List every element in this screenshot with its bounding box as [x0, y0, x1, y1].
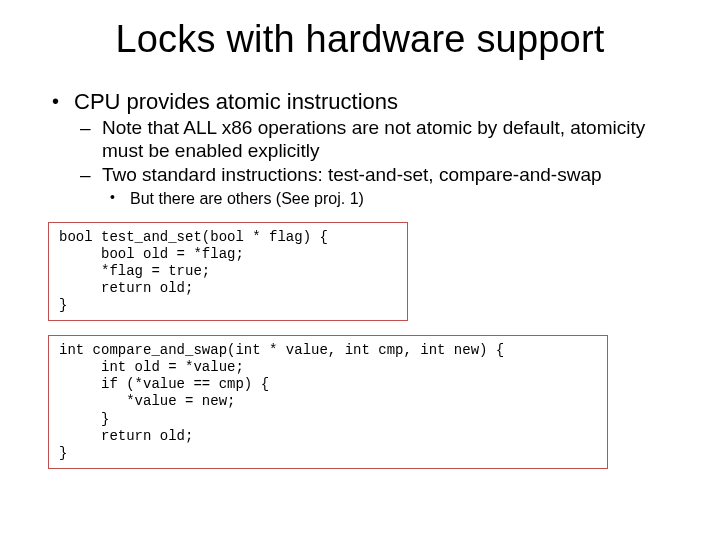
- bullet-text: Two standard instructions: test-and-set,…: [102, 164, 602, 185]
- code-block: int compare_and_swap(int * value, int cm…: [59, 342, 597, 462]
- bullet-lvl2-item: Note that ALL x86 operations are not ato…: [74, 117, 674, 162]
- slide-title: Locks with hardware support: [46, 18, 674, 61]
- code-box-compare-and-swap: int compare_and_swap(int * value, int cm…: [48, 335, 608, 469]
- bullet-text: Note that ALL x86 operations are not ato…: [102, 117, 645, 160]
- bullet-list-lvl2: Note that ALL x86 operations are not ato…: [74, 117, 674, 207]
- bullet-list-lvl1: CPU provides atomic instructions Note th…: [46, 89, 674, 208]
- code-block: bool test_and_set(bool * flag) { bool ol…: [59, 229, 397, 314]
- bullet-text: CPU provides atomic instructions: [74, 89, 398, 114]
- bullet-text: But there are others (See proj. 1): [130, 190, 364, 207]
- bullet-list-lvl3: But there are others (See proj. 1): [102, 189, 674, 208]
- slide: Locks with hardware support CPU provides…: [0, 0, 720, 540]
- bullet-lvl3-item: But there are others (See proj. 1): [102, 189, 674, 208]
- bullet-lvl2-item: Two standard instructions: test-and-set,…: [74, 164, 674, 208]
- code-box-test-and-set: bool test_and_set(bool * flag) { bool ol…: [48, 222, 408, 321]
- bullet-lvl1-item: CPU provides atomic instructions Note th…: [46, 89, 674, 208]
